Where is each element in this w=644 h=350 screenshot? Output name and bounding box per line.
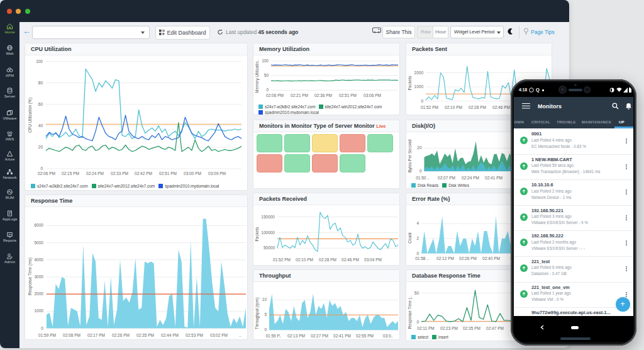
svg-text:Packets: Packets <box>255 227 259 242</box>
svg-text:Throughput (rpm): Throughput (rpm) <box>255 298 260 330</box>
svg-text:01:52 PM: 01:52 PM <box>421 105 438 110</box>
svg-text:4000: 4000 <box>34 257 43 262</box>
svg-text:1000: 1000 <box>414 84 424 89</box>
svg-text:02:28 PM: 02:28 PM <box>319 257 336 262</box>
svg-text:50: 50 <box>264 73 269 77</box>
svg-text:02:46 PM: 02:46 PM <box>492 105 510 110</box>
svg-text:02:35 PM: 02:35 PM <box>136 333 154 337</box>
svg-text:80: 80 <box>38 81 43 85</box>
svg-text:Packets: Packets <box>408 76 412 91</box>
svg-text:6000: 6000 <box>34 223 43 227</box>
svg-text:02:12 PM: 02:12 PM <box>436 256 454 261</box>
svg-text:0: 0 <box>416 251 419 256</box>
svg-text:100: 100 <box>262 59 269 63</box>
svg-text:02:17 PM: 02:17 PM <box>87 333 105 337</box>
svg-text:20: 20 <box>38 145 43 149</box>
svg-text:0: 0 <box>41 326 43 330</box>
svg-text:02:06 PM: 02:06 PM <box>38 171 55 176</box>
svg-text:02:47 PM: 02:47 PM <box>486 326 504 330</box>
svg-text:02:24 PM: 02:24 PM <box>462 176 479 180</box>
svg-text:02:13 PM: 02:13 PM <box>287 334 305 338</box>
svg-text:02:42 PM: 02:42 PM <box>135 171 152 176</box>
svg-text:02:10 PM: 02:10 PM <box>445 105 462 110</box>
svg-text:0: 0 <box>419 169 422 173</box>
svg-text:..: .. <box>239 333 242 337</box>
svg-text:Response Time (ms): Response Time (ms) <box>28 257 33 295</box>
svg-text:02:27 PM: 02:27 PM <box>311 334 328 338</box>
svg-text:02:44 PM: 02:44 PM <box>161 333 179 337</box>
svg-text:02:26 PM: 02:26 PM <box>112 333 130 337</box>
svg-text:Memory Utilizatio..: Memory Utilizatio.. <box>255 59 260 93</box>
svg-text:0: 0 <box>264 327 267 332</box>
svg-text:03:0..: 03:0.. <box>383 334 393 338</box>
svg-text:02:06 PM: 02:06 PM <box>266 93 284 98</box>
svg-text:03:02 PM: 03:02 PM <box>210 333 228 337</box>
svg-text:02:41 PM: 02:41 PM <box>333 334 351 338</box>
svg-text:Response Time (..: Response Time (.. <box>408 295 413 329</box>
svg-text:40: 40 <box>38 123 43 128</box>
svg-text:2000: 2000 <box>414 71 424 75</box>
svg-text:5: 5 <box>264 312 267 317</box>
svg-text:20: 20 <box>417 145 422 150</box>
svg-text:3000: 3000 <box>34 274 43 279</box>
svg-text:02:33 PM: 02:33 PM <box>111 171 128 176</box>
svg-text:02:51 PM: 02:51 PM <box>159 171 177 176</box>
svg-text:Count: Count <box>408 232 412 244</box>
svg-text:02:07 PM: 02:07 PM <box>438 176 455 180</box>
svg-text:02:41 PM: 02:41 PM <box>485 176 502 180</box>
svg-text:03:09 PM: 03:09 PM <box>208 171 226 176</box>
svg-text:02:15 PM: 02:15 PM <box>62 171 79 176</box>
svg-text:100000: 100000 <box>261 230 275 235</box>
svg-text:02:10 PM: 02:10 PM <box>296 257 313 262</box>
svg-text:03:06 PM: 03:06 PM <box>364 93 381 98</box>
svg-text:02:46 PM: 02:46 PM <box>341 257 359 262</box>
svg-text:01:59 PM: 01:59 PM <box>38 333 56 337</box>
svg-text:150000: 150000 <box>261 215 275 219</box>
svg-text:50000: 50000 <box>264 246 275 250</box>
svg-text:100: 100 <box>36 59 43 64</box>
svg-text:5000: 5000 <box>34 240 43 245</box>
svg-text:02:51 PM: 02:51 PM <box>339 93 357 98</box>
svg-text:10: 10 <box>262 297 267 302</box>
svg-text:0: 0 <box>421 99 423 103</box>
svg-text:03:00 PM: 03:00 PM <box>184 171 201 176</box>
svg-text:1000: 1000 <box>34 308 43 313</box>
svg-text:02:28 PM: 02:28 PM <box>469 105 486 110</box>
svg-text:2: 2 <box>416 236 419 240</box>
svg-text:01:58 ..: 01:58 .. <box>415 256 429 261</box>
svg-text:02:23 PM: 02:23 PM <box>440 326 458 330</box>
svg-text:0: 0 <box>266 88 269 92</box>
svg-text:02:21 PM: 02:21 PM <box>291 93 308 98</box>
svg-text:02:55 PM: 02:55 PM <box>356 334 374 338</box>
svg-text:0: 0 <box>416 320 419 324</box>
svg-text:Bytes Per Second: Bytes Per Second <box>408 140 413 172</box>
svg-text:02:08 PM: 02:08 PM <box>63 333 80 337</box>
svg-text:01:52 PM: 01:52 PM <box>273 257 291 262</box>
svg-text:02:35 PM: 02:35 PM <box>463 326 480 330</box>
svg-text:2000: 2000 <box>34 291 43 296</box>
svg-text:03:04 PM: 03:04 PM <box>364 257 382 262</box>
svg-text:01:59 P..: 01:59 P.. <box>265 334 281 338</box>
svg-text:60: 60 <box>38 102 43 106</box>
svg-text:02:26 PM: 02:26 PM <box>459 256 477 261</box>
svg-text:0: 0 <box>40 166 43 171</box>
svg-text:4: 4 <box>416 221 419 225</box>
svg-text:CPU Utilization (%): CPU Utilization (%) <box>28 98 33 133</box>
svg-text:01:50 ..: 01:50 .. <box>416 176 430 180</box>
svg-text:02:36 PM: 02:36 PM <box>314 93 332 98</box>
svg-text:02:40 PM: 02:40 PM <box>482 256 500 261</box>
svg-text:50: 50 <box>414 291 419 295</box>
svg-text:02:53 PM: 02:53 PM <box>186 333 203 337</box>
svg-text:02:24 PM: 02:24 PM <box>86 171 104 176</box>
svg-text:02:11 PM: 02:11 PM <box>417 326 434 330</box>
